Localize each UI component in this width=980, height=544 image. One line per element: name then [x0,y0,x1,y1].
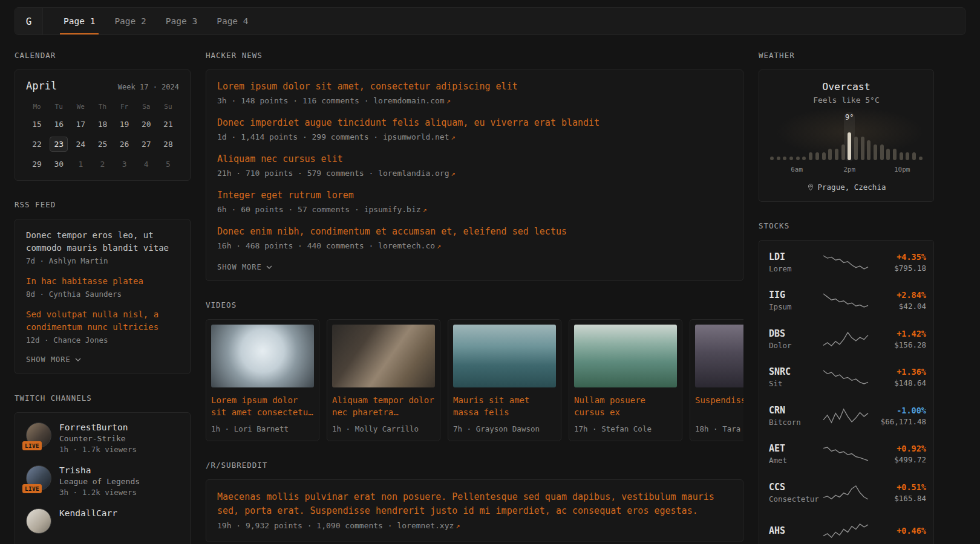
weather-bar [783,157,786,160]
stock-right: +0.51%$165.84 [873,482,926,503]
video-title[interactable]: Nullam posuere cursus ex [574,394,677,418]
weather-time-label: 6am [791,166,803,173]
hackernews-item-meta: 6h · 60 points · 57 comments · ipsumify.… [217,205,732,214]
stock-sparkline [822,407,869,425]
twitch-channel-forrestburton[interactable]: LIVEForrestBurtonCounter-Strike1h · 1.7k… [26,423,179,454]
rss-item-title[interactable]: In hac habitasse platea [26,275,179,288]
video-thumbnail [453,325,556,387]
stock-spark-wrap [822,291,869,309]
hackernews-show-more-button[interactable]: SHOW MORE [217,262,272,274]
stock-price: $795.18 [873,264,926,273]
weather-bar [900,152,903,160]
stock-left: DBSDolor [769,328,822,350]
stock-price: $42.04 [873,302,926,311]
video-title[interactable]: Lorem ipsum dolor sit amet consectetu… [211,394,314,418]
external-link-icon: ↗ [437,242,441,250]
hackernews-item-title[interactable]: Integer eget rutrum lorem [217,189,732,202]
weather-bar [867,140,871,160]
rss-item-title[interactable]: Sed volutpat nulla nisl, a condimentum n… [26,308,179,334]
stock-sparkline [822,291,869,309]
rss-item: Donec tempor eros leo, ut commodo mauris… [26,229,179,265]
subreddit-item-meta: 19h · 9,932 points · 1,090 comments · lo… [217,521,732,530]
stock-row-ccs[interactable]: CCSConsectetur+0.51%$165.84 [769,473,924,512]
tab-page-4[interactable]: Page 4 [209,8,255,34]
tab-page-2[interactable]: Page 2 [107,8,153,34]
stock-right: -1.00%$66,171.48 [873,406,926,426]
weather-bar [841,144,845,160]
top-nav: G Page 1Page 2Page 3Page 4 [15,7,965,35]
calendar-dow-mo: Mo [33,101,41,112]
calendar-day-16: 16 [50,117,68,132]
hackernews-item: Lorem ipsum dolor sit amet, consectetur … [217,80,732,105]
stock-name: Amet [769,456,822,465]
video-card[interactable]: Aliquam tempor dolor nec pharetra…1h · M… [327,319,440,441]
chevron-down-icon [75,358,81,361]
subreddit-item-meta-text: 19h · 9,932 points · 1,090 comments · [217,521,397,530]
subreddit-item-title[interactable]: Maecenas mollis pulvinar erat non posuer… [217,490,732,518]
video-card[interactable]: Nullam posuere cursus ex17h · Stefan Col… [569,319,682,441]
calendar-day-18: 18 [93,117,111,132]
right-column: WEATHER Overcast Feels like 5°C 9° 6am2p… [759,51,934,544]
hackernews-item-meta: 1d · 1,414 points · 299 comments · ipsum… [217,132,732,141]
calendar-day-27: 27 [137,137,155,152]
external-link-icon: ↗ [423,206,427,214]
avatar-wrap [26,508,51,534]
hackernews-item-title[interactable]: Donec imperdiet augue tincidunt felis al… [217,117,732,129]
weather-bar [815,152,819,160]
stock-spark-wrap [822,445,869,463]
video-meta: 7h · Grayson Dawson [453,424,556,433]
stock-change: +4.35% [873,252,926,262]
hackernews-item-title[interactable]: Lorem ipsum dolor sit amet, consectetur … [217,80,732,93]
stock-row-iig[interactable]: IIGIpsum+2.84%$42.04 [769,282,924,320]
hackernews-item-title[interactable]: Aliquam nec cursus elit [217,153,732,166]
tab-page-3[interactable]: Page 3 [158,8,204,34]
stock-name: Lorem [769,264,822,273]
video-card[interactable]: Mauris sit amet massa felis7h · Grayson … [448,319,561,441]
calendar-day-2: 2 [93,157,111,172]
hackernews-item: Integer eget rutrum lorem6h · 60 points … [217,189,732,214]
hackernews-item-meta: 16h · 468 points · 440 comments · loremt… [217,241,732,250]
rss-item-title[interactable]: Donec tempor eros leo, ut commodo mauris… [26,229,179,254]
twitch-card: LIVEForrestBurtonCounter-Strike1h · 1.7k… [15,412,191,544]
weather-bar [854,137,858,160]
stock-sparkline [822,253,869,271]
weather-hourly-chart: 9° [769,113,924,160]
stock-price: $148.64 [873,378,926,387]
stock-row-ldi[interactable]: LDILorem+4.35%$795.18 [769,243,924,282]
hackernews-card: Lorem ipsum dolor sit amet, consectetur … [206,70,743,281]
calendar-month-label: April [26,80,57,92]
stock-row-dbs[interactable]: DBSDolor+1.42%$156.28 [769,320,924,358]
rss-show-more-button[interactable]: SHOW MORE [26,354,81,366]
calendar-dow-tu: Tu [55,101,63,112]
stock-row-ahs[interactable]: AHS+0.46% [769,512,924,544]
hackernews-item-title[interactable]: Donec enim nibh, condimentum et accumsan… [217,225,732,238]
video-title[interactable]: Aliquam tempor dolor nec pharetra… [332,394,435,418]
chevron-down-icon [266,265,272,269]
video-thumbnail [574,325,677,387]
subreddit-item-domain: loremnet.xyz [397,521,454,530]
calendar-grid: MoTuWeThFrSaSu15161718192021222324252627… [26,101,179,172]
live-badge: LIVE [22,441,42,450]
calendar-day-22: 22 [28,137,46,152]
stock-sparkline [822,445,869,463]
twitch-channel-kendallcarr[interactable]: KendallCarr [26,508,179,534]
calendar-dow-th: Th [99,101,106,112]
calendar-day-30: 30 [50,157,68,172]
video-card[interactable]: Suspendisse diam18h · Tara [690,319,743,441]
tab-page-1[interactable]: Page 1 [56,8,102,34]
weather-card: Overcast Feels like 5°C 9° 6am2pm10pm Pr… [759,70,934,202]
video-title[interactable]: Mauris sit amet massa felis [453,394,556,418]
stock-sparkline [822,368,869,386]
twitch-channel-trisha[interactable]: LIVETrishaLeague of Legends3h · 1.2k vie… [26,465,179,497]
video-title[interactable]: Suspendisse diam [695,394,743,418]
location-pin-icon [807,183,814,192]
middle-column: HACKER NEWS Lorem ipsum dolor sit amet, … [206,51,743,544]
stock-row-crn[interactable]: CRNBitcorn-1.00%$66,171.48 [769,397,924,435]
stock-row-snrc[interactable]: SNRCSit+1.36%$148.64 [769,358,924,397]
stock-change: +2.84% [873,290,926,300]
calendar-day-29: 29 [28,157,46,172]
video-card[interactable]: Lorem ipsum dolor sit amet consectetu…1h… [206,319,319,441]
calendar-day-25: 25 [93,137,111,152]
calendar-day-1: 1 [71,157,90,172]
stock-row-aet[interactable]: AETAmet+0.92%$499.72 [769,435,924,474]
